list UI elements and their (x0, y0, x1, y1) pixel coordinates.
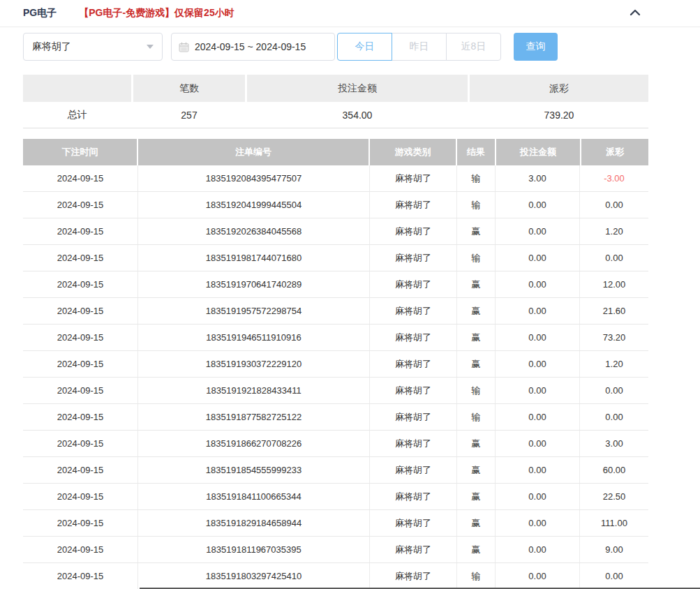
cell-payout: 0.00 (580, 378, 648, 403)
table-row: 2024-09-15 1835191829184658944 麻将胡了 赢 0.… (23, 510, 648, 537)
bet-table-header-row: 下注时间 注单编号 游戏类别 结果 投注金额 派彩 (23, 139, 648, 165)
cell-result: 赢 (457, 457, 496, 483)
bet-records-table: 下注时间 注单编号 游戏类别 结果 投注金额 派彩 2024-09-15 183… (23, 139, 648, 589)
summary-header-count: 笔数 (133, 75, 245, 102)
cell-bet-time: 2024-09-15 (23, 537, 138, 562)
cell-bet-time: 2024-09-15 (23, 510, 138, 536)
cell-bet-time: 2024-09-15 (23, 192, 138, 218)
cell-payout: 0.00 (580, 404, 648, 430)
cell-bet-amount: 0.00 (496, 325, 580, 350)
date-range-value: 2024-09-15 ~ 2024-09-15 (195, 41, 306, 52)
cell-game-type: 麻将胡了 (370, 431, 457, 456)
table-row: 2024-09-15 1835191970641740289 麻将胡了 赢 0.… (23, 271, 648, 298)
cell-game-type: 麻将胡了 (370, 404, 457, 430)
cell-result: 赢 (457, 351, 496, 377)
quick-button-yesterday[interactable]: 昨日 (392, 33, 447, 61)
cell-payout: 60.00 (580, 457, 648, 483)
cell-bet-amount: 0.00 (496, 404, 580, 430)
page-title: PG电子 (23, 7, 57, 20)
table-row: 2024-09-15 1835191866270708226 麻将胡了 赢 0.… (23, 431, 648, 457)
cell-payout: 0.00 (580, 563, 648, 589)
retention-notice: 【PG电子-免费游戏】仅保留25小时 (79, 7, 234, 20)
cell-bet-amount: 0.00 (496, 218, 580, 244)
cell-bet-id: 1835191803297425410 (138, 563, 370, 589)
cell-bet-amount: 0.00 (496, 378, 580, 403)
cell-game-type: 麻将胡了 (370, 537, 457, 562)
summary-total-label: 总计 (23, 102, 131, 128)
col-header-bet-amount: 投注金额 (496, 139, 580, 165)
game-type-select-value: 麻将胡了 (32, 40, 71, 53)
table-row: 2024-09-15 1835191921828433411 麻将胡了 输 0.… (23, 378, 648, 404)
table-row: 2024-09-15 1835192026384045568 麻将胡了 赢 0.… (23, 218, 648, 245)
cell-result: 输 (457, 404, 496, 430)
game-type-select[interactable]: 麻将胡了 (23, 33, 163, 61)
col-header-result: 结果 (457, 139, 495, 165)
cell-bet-time: 2024-09-15 (23, 218, 138, 244)
cell-result: 输 (457, 165, 496, 191)
cell-result: 输 (457, 378, 496, 403)
cell-bet-id: 1835191811967035395 (138, 537, 370, 562)
date-range-input[interactable]: 2024-09-15 ~ 2024-09-15 (171, 33, 335, 61)
table-row: 2024-09-15 1835191803297425410 麻将胡了 输 0.… (23, 563, 648, 589)
cell-bet-id: 1835192041999445504 (138, 192, 370, 218)
caret-down-icon (147, 45, 154, 49)
cell-bet-id: 1835191981744071680 (138, 245, 370, 271)
table-row: 2024-09-15 1835191854555999233 麻将胡了 赢 0.… (23, 457, 648, 484)
calendar-icon (179, 42, 189, 52)
summary-header-bet-amount: 投注金额 (247, 75, 468, 102)
cell-game-type: 麻将胡了 (370, 325, 457, 350)
col-header-payout: 派彩 (581, 139, 648, 165)
quick-date-button-group: 今日 昨日 近8日 (337, 33, 501, 61)
cell-bet-time: 2024-09-15 (23, 457, 138, 483)
summary-header-payout: 派彩 (470, 75, 648, 102)
cell-bet-time: 2024-09-15 (23, 245, 138, 271)
cell-bet-id: 1835191877582725122 (138, 404, 370, 430)
table-row: 2024-09-15 1835191981744071680 麻将胡了 输 0.… (23, 245, 648, 271)
summary-total-bet-amount: 354.00 (247, 102, 468, 128)
cell-result: 赢 (457, 218, 496, 244)
quick-button-today[interactable]: 今日 (337, 33, 392, 61)
bet-table-body: 2024-09-15 1835192084395477507 麻将胡了 输 3.… (23, 165, 648, 589)
table-row: 2024-09-15 1835191930372229120 麻将胡了 赢 0.… (23, 351, 648, 378)
table-row: 2024-09-15 1835191811967035395 麻将胡了 赢 0.… (23, 537, 648, 563)
table-row: 2024-09-15 1835191877582725122 麻将胡了 输 0.… (23, 404, 648, 431)
cell-payout: 3.00 (580, 431, 648, 456)
cell-payout: 21.60 (580, 298, 648, 324)
cell-bet-time: 2024-09-15 (23, 351, 138, 377)
cell-bet-time: 2024-09-15 (23, 404, 138, 430)
cell-bet-amount: 0.00 (496, 510, 580, 536)
cell-bet-time: 2024-09-15 (23, 298, 138, 324)
cell-game-type: 麻将胡了 (370, 298, 457, 324)
cell-payout: 0.00 (580, 245, 648, 271)
cell-game-type: 麻将胡了 (370, 245, 457, 271)
cell-game-type: 麻将胡了 (370, 218, 457, 244)
summary-total-payout: 739.20 (470, 102, 648, 128)
cell-result: 赢 (457, 298, 496, 324)
search-button[interactable]: 查询 (514, 33, 558, 61)
summary-table: 笔数 投注金额 派彩 总计 257 354.00 739.20 (23, 75, 648, 128)
cell-bet-id: 1835191970641740289 (138, 271, 370, 297)
col-header-bet-id: 注单编号 (138, 139, 368, 165)
cell-bet-id: 1835192084395477507 (138, 165, 370, 191)
collapse-button[interactable] (627, 5, 643, 20)
cell-payout: 12.00 (580, 271, 648, 297)
cell-bet-amount: 0.00 (496, 537, 580, 562)
cell-payout: 1.20 (580, 218, 648, 244)
summary-header-row: 笔数 投注金额 派彩 (23, 75, 648, 102)
table-row: 2024-09-15 1835191946511910916 麻将胡了 赢 0.… (23, 325, 648, 351)
cell-payout: 73.20 (580, 325, 648, 350)
table-row: 2024-09-15 1835192041999445504 麻将胡了 输 0.… (23, 192, 648, 218)
quick-button-last8days[interactable]: 近8日 (446, 33, 501, 61)
cell-bet-id: 1835191957572298754 (138, 298, 370, 324)
cell-bet-id: 1835192026384045568 (138, 218, 370, 244)
cell-bet-amount: 0.00 (496, 192, 580, 218)
cell-bet-time: 2024-09-15 (23, 325, 138, 350)
cell-bet-time: 2024-09-15 (23, 431, 138, 456)
cell-game-type: 麻将胡了 (370, 378, 457, 403)
table-row: 2024-09-15 1835191841100665344 麻将胡了 赢 0.… (23, 484, 648, 510)
cell-bet-amount: 0.00 (496, 563, 580, 589)
cell-bet-id: 1835191854555999233 (138, 457, 370, 483)
cell-result: 输 (457, 192, 496, 218)
cell-bet-time: 2024-09-15 (23, 378, 138, 403)
cell-game-type: 麻将胡了 (370, 457, 457, 483)
